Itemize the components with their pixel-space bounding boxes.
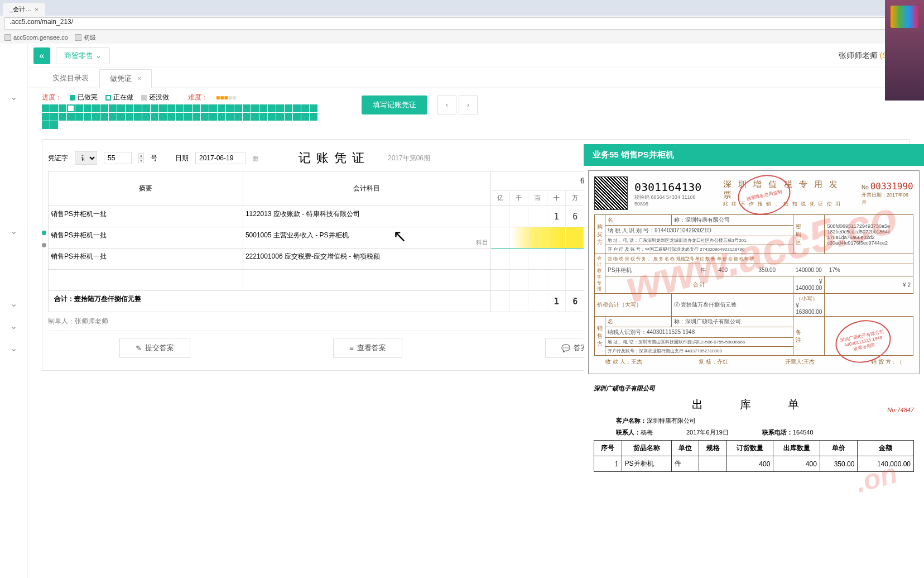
progress-cell[interactable] — [142, 113, 150, 121]
chevron-down-icon[interactable]: ⌄ — [0, 292, 27, 314]
next-button[interactable]: › — [459, 95, 478, 114]
progress-cell[interactable] — [226, 104, 234, 112]
tab-close-icon[interactable]: × — [35, 6, 38, 13]
progress-cell[interactable] — [92, 104, 100, 112]
progress-cell[interactable] — [117, 104, 125, 112]
progress-cell[interactable] — [151, 104, 158, 112]
progress-cell[interactable] — [59, 113, 66, 121]
progress-cell[interactable] — [134, 104, 142, 112]
fill-voucher-button[interactable]: 填写记账凭证 — [362, 95, 427, 114]
progress-cell[interactable] — [50, 121, 58, 129]
progress-cell[interactable] — [293, 104, 301, 112]
progress-cell[interactable] — [268, 113, 276, 121]
progress-cell[interactable] — [50, 104, 58, 112]
calendar-icon[interactable]: ▦ — [252, 154, 258, 162]
progress-cell[interactable] — [92, 113, 100, 121]
chevron-down-icon[interactable]: ⌄ — [0, 337, 27, 359]
progress-cell[interactable] — [159, 104, 167, 112]
progress-cell[interactable] — [201, 113, 209, 121]
voucher-type-select[interactable]: 记 — [75, 151, 97, 165]
url-input[interactable]: .acc5.com/main_213/ — [4, 17, 920, 30]
progress-cell[interactable] — [310, 113, 317, 121]
progress-cell[interactable] — [167, 104, 175, 112]
spinner-up-icon[interactable]: ▴ — [138, 153, 144, 158]
progress-cell[interactable] — [201, 104, 209, 112]
progress-cell[interactable] — [126, 104, 133, 112]
progress-cell[interactable] — [126, 113, 133, 121]
progress-cell[interactable] — [84, 113, 92, 121]
chevron-down-icon[interactable]: ⌄ — [0, 314, 27, 337]
progress-cell[interactable] — [218, 113, 225, 121]
progress-cell[interactable] — [293, 113, 301, 121]
progress-cell[interactable] — [192, 104, 200, 112]
progress-cell[interactable] — [109, 113, 117, 121]
summary-cell[interactable] — [49, 270, 243, 291]
progress-cell[interactable] — [226, 113, 234, 121]
progress-cell[interactable] — [134, 113, 142, 121]
progress-cell[interactable] — [301, 113, 309, 121]
progress-cell[interactable] — [117, 113, 125, 121]
progress-cell[interactable] — [42, 121, 50, 129]
prev-button[interactable]: ‹ — [437, 95, 456, 114]
bookmark-item[interactable]: acc5com.gensee.co — [4, 34, 68, 41]
tab-catalog[interactable]: 实操目录表 — [42, 69, 99, 88]
progress-cell[interactable] — [209, 113, 217, 121]
progress-cell[interactable] — [251, 113, 259, 121]
progress-cell[interactable] — [243, 113, 251, 121]
progress-cell[interactable] — [310, 104, 317, 112]
progress-cell[interactable] — [59, 104, 66, 112]
progress-cell[interactable] — [251, 104, 259, 112]
subject-cell[interactable]: 1122013 应收账款 - 特康科技有限公司 — [243, 206, 490, 227]
progress-cell[interactable] — [234, 113, 242, 121]
progress-cell[interactable] — [109, 104, 117, 112]
progress-cell[interactable] — [234, 104, 242, 112]
progress-cell[interactable] — [184, 113, 192, 121]
progress-cell[interactable] — [100, 104, 108, 112]
progress-cell[interactable] — [176, 113, 184, 121]
summary-cell[interactable]: 销售PS并柜机一批 — [49, 249, 243, 270]
voucher-no-input[interactable] — [104, 152, 132, 164]
summary-cell[interactable]: 销售PS并柜机一批 — [49, 206, 243, 227]
subject-cell[interactable]: 2221001006 应交税费-应交增值税 - 销项税额 — [243, 249, 490, 270]
progress-cell[interactable] — [259, 104, 267, 112]
date-input[interactable] — [195, 152, 246, 164]
progress-cell[interactable] — [268, 104, 276, 112]
tab-voucher[interactable]: 做凭证 × — [99, 69, 152, 88]
progress-cell[interactable] — [151, 113, 158, 121]
chevron-down-icon[interactable]: ⌄ — [0, 219, 27, 242]
progress-cell[interactable] — [184, 104, 192, 112]
sidebar-toggle-button[interactable]: « — [33, 47, 50, 64]
progress-cell[interactable] — [142, 104, 150, 112]
progress-cell[interactable] — [159, 113, 167, 121]
progress-cell[interactable] — [276, 104, 284, 112]
bookmark-item[interactable]: 初级 — [75, 34, 96, 42]
progress-cell[interactable] — [285, 113, 292, 121]
progress-cell[interactable] — [75, 104, 83, 112]
video-thumbnail[interactable] — [885, 0, 924, 101]
chevron-down-icon[interactable]: ⌄ — [0, 85, 27, 108]
progress-cell[interactable] — [75, 113, 83, 121]
progress-cell[interactable] — [42, 104, 50, 112]
progress-cell[interactable] — [192, 113, 200, 121]
summary-cell[interactable]: 销售PS并柜机一批 — [49, 227, 243, 249]
progress-cell[interactable] — [167, 113, 175, 121]
progress-cell[interactable] — [84, 104, 92, 112]
browser-tab[interactable]: _会计… × — [3, 3, 45, 16]
progress-cell[interactable] — [218, 104, 225, 112]
progress-cell[interactable] — [209, 104, 217, 112]
progress-cell[interactable] — [176, 104, 184, 112]
category-dropdown[interactable]: 商贸零售 ⌄ — [56, 47, 110, 64]
subject-cell[interactable] — [243, 270, 490, 291]
tab-close-icon[interactable]: × — [137, 74, 142, 83]
progress-cell[interactable] — [285, 104, 292, 112]
progress-cell[interactable] — [100, 113, 108, 121]
progress-cell[interactable] — [67, 113, 75, 121]
progress-grid[interactable] — [42, 104, 324, 129]
view-answer-button[interactable]: ≡查看答案 — [333, 338, 402, 358]
progress-cell[interactable] — [42, 113, 50, 121]
progress-cell[interactable] — [243, 104, 251, 112]
spinner-down-icon[interactable]: ▾ — [138, 158, 144, 163]
subject-cell[interactable]: 5001005 主营业务收入 - PS并柜机科目 — [243, 227, 490, 249]
progress-cell[interactable] — [67, 104, 75, 112]
progress-cell[interactable] — [276, 113, 284, 121]
